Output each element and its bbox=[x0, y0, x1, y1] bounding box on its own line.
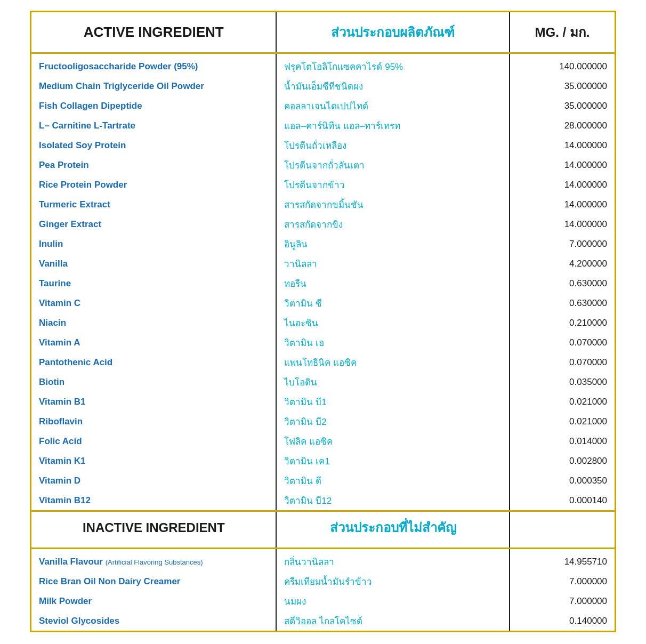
active-ingredient-thai: สารสกัดจากขิง bbox=[276, 214, 510, 234]
active-ingredient-mg: 4.200000 bbox=[510, 254, 615, 273]
table-row: Taurineทอรีน0.630000 bbox=[31, 273, 615, 293]
active-ingredient-mg: 140.000000 bbox=[510, 53, 615, 77]
ingredient-note: (Artificial Flavoring Substances) bbox=[106, 558, 203, 566]
table-row: Turmeric Extractสารสกัดจากขมิ้นชัน14.000… bbox=[31, 195, 615, 214]
active-ingredient-english: Vanilla bbox=[31, 254, 276, 273]
inactive-ingredient-thai: นมผง bbox=[276, 591, 510, 611]
active-ingredient-english: Pantothenic Acid bbox=[31, 352, 276, 372]
active-ingredient-english: Vitamin C bbox=[31, 293, 276, 313]
active-ingredient-mg: 0.000140 bbox=[510, 490, 615, 511]
active-ingredient-thai: วิตามิน บี2 bbox=[276, 412, 510, 431]
active-ingredient-thai: โปรตีนจากข้าว bbox=[276, 175, 510, 195]
table-row: Riboflavinวิตามิน บี20.021000 bbox=[31, 412, 615, 431]
active-ingredient-english: Biotin bbox=[31, 372, 276, 392]
inactive-ingredient-thai: ครีมเทียมน้ำมันรำข้าว bbox=[276, 571, 510, 591]
active-ingredient-english: Riboflavin bbox=[31, 412, 276, 431]
active-ingredient-mg: 0.210000 bbox=[510, 313, 615, 333]
table-row: Vitamin B12วิตามิน บี120.000140 bbox=[31, 490, 615, 511]
active-ingredient-thai: แอล–คาร์นิทีน แอล–ทาร์เทรท bbox=[276, 116, 510, 135]
active-ingredient-mg: 0.021000 bbox=[510, 412, 615, 431]
table-row: Milk Powderนมผง7.000000 bbox=[31, 591, 615, 611]
active-ingredient-mg: 35.000000 bbox=[510, 96, 615, 116]
inactive-ingredient-mg: 7.000000 bbox=[510, 591, 615, 611]
active-ingredient-mg: 14.000000 bbox=[510, 135, 615, 155]
active-ingredient-mg: 14.000000 bbox=[510, 155, 615, 175]
active-ingredient-english: Vitamin B12 bbox=[31, 490, 276, 511]
ingredient-table: ACTIVE INGREDIENT ส่วนประกอบผลิตภัณฑ์ MG… bbox=[30, 11, 616, 632]
active-ingredient-thai: วานิลลา bbox=[276, 254, 510, 273]
active-ingredient-mg: 0.035000 bbox=[510, 372, 615, 392]
active-ingredient-thai: วิตามิน บี1 bbox=[276, 392, 510, 412]
table-row: Vanilla Flavour (Artificial Flavoring Su… bbox=[31, 549, 615, 572]
active-ingredient-thai: ไบโอติน bbox=[276, 372, 510, 392]
inactive-header-thai: ส่วนประกอบที่ไม่สำคัญ bbox=[276, 511, 510, 549]
active-ingredient-thai: โปรตีนถั่วเหลือง bbox=[276, 135, 510, 155]
active-ingredient-english: Folic Acid bbox=[31, 431, 276, 451]
active-ingredient-thai: วิตามิน บี12 bbox=[276, 490, 510, 511]
inactive-ingredient-thai: กลิ่นวานิลลา bbox=[276, 549, 510, 572]
active-ingredient-thai: อินูลิน bbox=[276, 234, 510, 254]
active-ingredient-thai: วิตามิน ซี bbox=[276, 293, 510, 313]
inactive-ingredient-mg: 0.140000 bbox=[510, 611, 615, 631]
active-ingredient-english: Vitamin K1 bbox=[31, 451, 276, 471]
table-row: Medium Chain Triglyceride Oil Powderน้ำม… bbox=[31, 76, 615, 96]
active-ingredient-mg: 0.021000 bbox=[510, 392, 615, 412]
table-row: Isolated Soy Proteinโปรตีนถั่วเหลือง14.0… bbox=[31, 135, 615, 155]
active-ingredient-english: Vitamin A bbox=[31, 333, 276, 352]
active-ingredient-mg: 35.000000 bbox=[510, 76, 615, 96]
active-ingredient-english: Medium Chain Triglyceride Oil Powder bbox=[31, 76, 276, 96]
inactive-ingredient-english: Steviol Glycosides bbox=[31, 611, 276, 631]
table-row: L– Carnitine L-Tartrateแอล–คาร์นิทีน แอล… bbox=[31, 116, 615, 135]
active-ingredient-english: Ginger Extract bbox=[31, 214, 276, 234]
active-ingredient-mg: 0.070000 bbox=[510, 352, 615, 372]
active-ingredient-mg: 28.000000 bbox=[510, 116, 615, 135]
active-ingredient-thai: แพนโทธินิค แอซิค bbox=[276, 352, 510, 372]
inactive-ingredient-english: Rice Bran Oil Non Dairy Creamer bbox=[31, 571, 276, 591]
inactive-ingredient-english: Vanilla Flavour (Artificial Flavoring Su… bbox=[31, 549, 276, 572]
active-ingredient-mg: 0.630000 bbox=[510, 273, 615, 293]
table-row: Vitamin Cวิตามิน ซี0.630000 bbox=[31, 293, 615, 313]
table-row: Ginger Extractสารสกัดจากขิง14.000000 bbox=[31, 214, 615, 234]
active-ingredient-thai: ฟรุคโตโอลิโกแซคคาไรด์ 95% bbox=[276, 53, 510, 77]
table-row: Vanillaวานิลลา4.200000 bbox=[31, 254, 615, 273]
active-ingredient-english: Fish Collagen Dipeptide bbox=[31, 96, 276, 116]
table-header: ACTIVE INGREDIENT ส่วนประกอบผลิตภัณฑ์ MG… bbox=[31, 12, 615, 53]
header-thai: ส่วนประกอบผลิตภัณฑ์ bbox=[276, 12, 510, 53]
table-row: Vitamin K1วิตามิน เค10.002800 bbox=[31, 451, 615, 471]
table-row: Pea Proteinโปรตีนจากถั่วลันเตา14.000000 bbox=[31, 155, 615, 175]
table-row: Folic Acidโฟลิค แอซิค0.014000 bbox=[31, 431, 615, 451]
inactive-header-english: INACTIVE INGREDIENT bbox=[31, 511, 276, 549]
table-row: Vitamin Dวิตามิน ดี0.000350 bbox=[31, 471, 615, 490]
inactive-ingredient-english: Milk Powder bbox=[31, 591, 276, 611]
table-row: Rice Protein Powderโปรตีนจากข้าว14.00000… bbox=[31, 175, 615, 195]
active-ingredient-english: Turmeric Extract bbox=[31, 195, 276, 214]
active-ingredient-english: Vitamin D bbox=[31, 471, 276, 490]
active-ingredient-english: Rice Protein Powder bbox=[31, 175, 276, 195]
active-ingredient-thai: ทอรีน bbox=[276, 273, 510, 293]
active-ingredient-mg: 14.000000 bbox=[510, 195, 615, 214]
active-ingredient-mg: 14.000000 bbox=[510, 214, 615, 234]
active-ingredient-mg: 14.000000 bbox=[510, 175, 615, 195]
active-ingredient-thai: วิตามิน เอ bbox=[276, 333, 510, 352]
active-ingredient-thai: คอลลาเจนไดเปปไทด์ bbox=[276, 96, 510, 116]
active-ingredient-english: L– Carnitine L-Tartrate bbox=[31, 116, 276, 135]
active-ingredient-mg: 0.000350 bbox=[510, 471, 615, 490]
active-ingredient-thai: โฟลิค แอซิค bbox=[276, 431, 510, 451]
active-ingredient-thai: โปรตีนจากถั่วลันเตา bbox=[276, 155, 510, 175]
active-ingredient-english: Taurine bbox=[31, 273, 276, 293]
active-ingredient-thai: วิตามิน ดี bbox=[276, 471, 510, 490]
table-row: Steviol Glycosidesสตีวิออล ไกลโคไซด์0.14… bbox=[31, 611, 615, 631]
inactive-ingredient-mg: 7.000000 bbox=[510, 571, 615, 591]
active-ingredient-english: Niacin bbox=[31, 313, 276, 333]
header-mg: MG. / มก. bbox=[510, 12, 615, 53]
active-ingredient-thai: ไนอะซิน bbox=[276, 313, 510, 333]
table-row: Fructooligosaccharide Powder (95%)ฟรุคโต… bbox=[31, 53, 615, 77]
table-row: Niacinไนอะซิน0.210000 bbox=[31, 313, 615, 333]
active-ingredient-mg: 0.002800 bbox=[510, 451, 615, 471]
active-ingredient-thai: วิตามิน เค1 bbox=[276, 451, 510, 471]
inactive-ingredient-thai: สตีวิออล ไกลโคไซด์ bbox=[276, 611, 510, 631]
active-ingredient-thai: น้ำมันเอ็มซีทีชนิดผง bbox=[276, 76, 510, 96]
table-row: Fish Collagen Dipeptideคอลลาเจนไดเปปไทด์… bbox=[31, 96, 615, 116]
inactive-section-header: INACTIVE INGREDIENT ส่วนประกอบที่ไม่สำคั… bbox=[31, 511, 615, 549]
table-row: Inulinอินูลิน7.000000 bbox=[31, 234, 615, 254]
